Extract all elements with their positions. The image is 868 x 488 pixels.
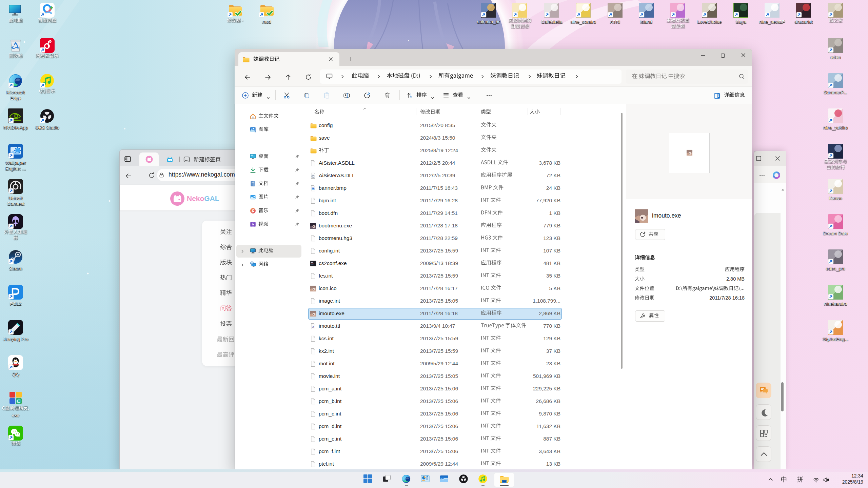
svg-text:A: A [312,325,314,328]
